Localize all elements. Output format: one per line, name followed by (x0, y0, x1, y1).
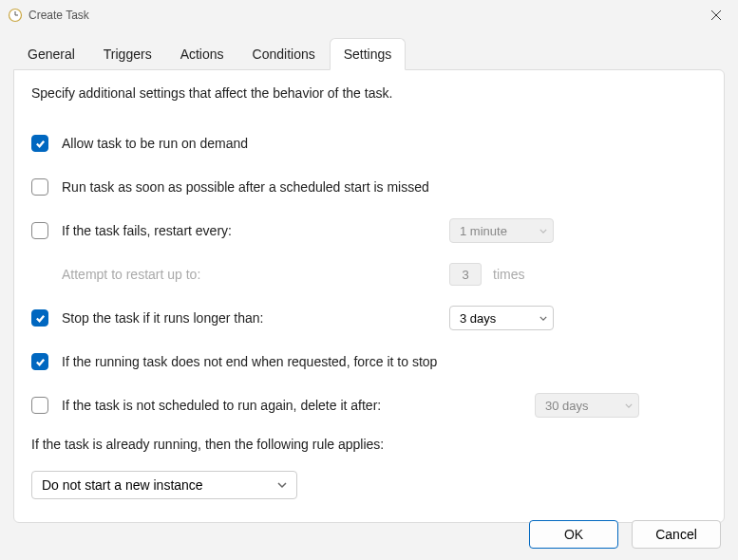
delete-after-value: 30 days (545, 399, 589, 413)
run-asap-label: Run task as soon as possible after a sch… (62, 179, 429, 195)
delete-after-checkbox[interactable] (31, 397, 48, 414)
ok-button[interactable]: OK (529, 520, 618, 549)
restart-every-checkbox[interactable] (31, 222, 48, 239)
restart-interval-value: 1 minute (460, 224, 507, 238)
chevron-down-icon (539, 311, 547, 326)
delete-after-select: 30 days (535, 393, 639, 418)
dialog-footer: OK Cancel (529, 520, 721, 549)
tab-settings[interactable]: Settings (330, 38, 407, 70)
title-bar: Create Task (0, 0, 738, 30)
chevron-down-icon (625, 399, 633, 413)
stop-longer-label: Stop the task if it runs longer than: (62, 310, 263, 326)
tab-general[interactable]: General (13, 38, 89, 70)
attempt-restart-label: Attempt to restart up to: (62, 267, 200, 282)
force-stop-label: If the running task does not end when re… (62, 354, 437, 369)
stop-duration-select[interactable]: 3 days (449, 306, 554, 330)
check-icon (35, 357, 46, 367)
delete-after-label: If the task is not scheduled to run agai… (62, 398, 381, 413)
chevron-down-icon (277, 477, 287, 493)
attempt-times-label: times (493, 267, 524, 282)
rule-applies-label: If the task is already running, then the… (31, 437, 707, 452)
cancel-button[interactable]: Cancel (632, 520, 721, 549)
attempt-count-value: 3 (462, 268, 468, 282)
cancel-button-label: Cancel (655, 527, 697, 542)
tab-strip: General Triggers Actions Conditions Sett… (13, 38, 725, 70)
tab-actions[interactable]: Actions (166, 38, 238, 70)
clock-icon (8, 8, 23, 23)
window-title: Create Task (28, 9, 89, 22)
close-button[interactable] (694, 0, 738, 30)
ok-button-label: OK (564, 527, 583, 542)
rule-value: Do not start a new instance (42, 477, 203, 493)
stop-duration-value: 3 days (460, 311, 496, 326)
attempt-count-input: 3 (449, 263, 482, 286)
restart-interval-select: 1 minute (449, 218, 554, 243)
stop-longer-checkbox[interactable] (31, 309, 48, 327)
settings-panel: Specify additional settings that affect … (13, 69, 725, 523)
rule-select[interactable]: Do not start a new instance (31, 471, 297, 499)
tab-conditions[interactable]: Conditions (238, 38, 330, 70)
restart-every-label: If the task fails, restart every: (62, 223, 232, 238)
allow-on-demand-checkbox[interactable] (31, 135, 48, 152)
check-icon (35, 313, 46, 324)
run-asap-checkbox[interactable] (31, 178, 48, 196)
settings-description: Specify additional settings that affect … (31, 85, 707, 101)
close-icon (711, 10, 721, 20)
allow-on-demand-label: Allow task to be run on demand (62, 136, 248, 151)
force-stop-checkbox[interactable] (31, 353, 48, 370)
check-icon (35, 139, 46, 149)
chevron-down-icon (539, 224, 547, 238)
tab-triggers[interactable]: Triggers (89, 38, 166, 70)
